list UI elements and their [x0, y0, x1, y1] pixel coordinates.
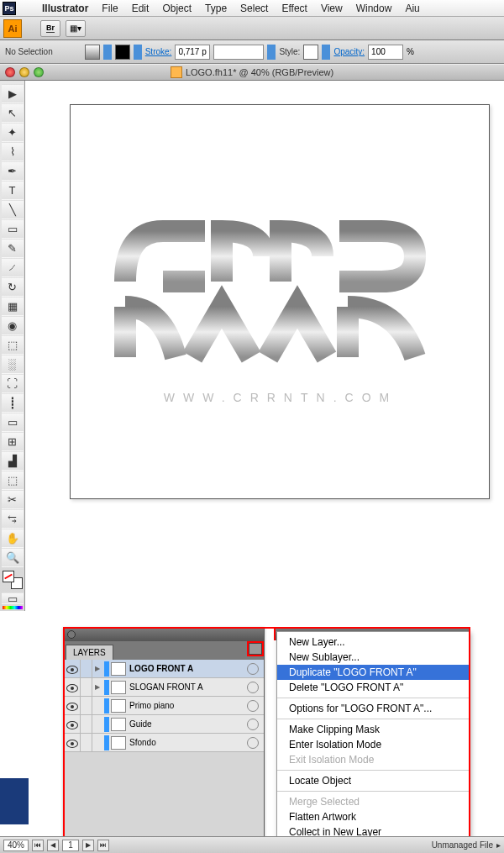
layer-row[interactable]: Guide: [64, 715, 264, 734]
screen-mode-icon[interactable]: [3, 606, 23, 609]
panel-collapse-icon[interactable]: [67, 630, 76, 639]
opacity-label[interactable]: Opacity:: [333, 47, 365, 56]
rotate-tool[interactable]: ↻: [2, 277, 24, 297]
menu-duplicate-layer[interactable]: Duplicate "LOGO FRONT A": [277, 665, 469, 680]
rectangle-tool[interactable]: ▭: [2, 219, 24, 239]
line-tool[interactable]: ╲: [2, 200, 24, 219]
status-dropdown-icon[interactable]: ▸: [496, 840, 501, 850]
menu-view[interactable]: View: [314, 3, 349, 14]
layer-name[interactable]: LOGO FRONT A: [129, 664, 247, 673]
panel-header[interactable]: [64, 628, 264, 641]
expand-icon[interactable]: ▶: [92, 665, 102, 672]
target-icon[interactable]: [247, 682, 259, 693]
menu-select[interactable]: Select: [234, 3, 275, 14]
pencil-tool[interactable]: ⟋: [2, 258, 24, 277]
target-icon[interactable]: [247, 663, 259, 675]
zoom-field[interactable]: 40%: [3, 840, 29, 851]
visibility-toggle[interactable]: [64, 660, 81, 677]
free-transform-tool[interactable]: ⬚: [2, 335, 24, 355]
lock-toggle[interactable]: [81, 660, 92, 677]
type-tool[interactable]: T: [2, 181, 24, 200]
selection-tool[interactable]: ▶: [2, 84, 24, 103]
menu-object[interactable]: Object: [155, 3, 198, 14]
lock-toggle[interactable]: [81, 734, 92, 751]
prev-artboard-icon[interactable]: ◀: [47, 840, 59, 851]
menu-flatten-artwork[interactable]: Flatten Artwork: [277, 809, 469, 824]
bridge-button[interactable]: Br: [40, 20, 60, 37]
visibility-toggle[interactable]: [64, 715, 81, 733]
layer-name[interactable]: SLOGAN FRONT A: [129, 682, 247, 692]
lasso-tool[interactable]: ⌇: [2, 142, 24, 161]
app-name[interactable]: Illustrator: [35, 3, 95, 14]
mesh-tool[interactable]: ┋: [2, 393, 24, 413]
gradient-tool[interactable]: ▭: [2, 413, 24, 432]
style-swatch[interactable]: [303, 45, 318, 60]
graph-tool[interactable]: ⛶: [2, 374, 24, 393]
eyedropper-tool[interactable]: ⊞: [2, 432, 24, 451]
symbol-sprayer-tool[interactable]: ░: [2, 355, 24, 374]
layer-name[interactable]: Sfondo: [129, 738, 247, 747]
menu-enter-isolation[interactable]: Enter Isolation Mode: [277, 737, 469, 752]
target-icon[interactable]: [247, 719, 259, 730]
stroke-dropdown-icon[interactable]: [134, 45, 142, 60]
fill-swatch[interactable]: [85, 45, 100, 60]
artboard-number[interactable]: 1: [62, 840, 79, 851]
brush-combo[interactable]: [213, 45, 264, 60]
next-artboard-icon[interactable]: ▶: [82, 840, 94, 851]
scale-tool[interactable]: ▦: [2, 297, 24, 316]
direct-selection-tool[interactable]: ↖: [2, 103, 24, 123]
fill-dropdown-icon[interactable]: [103, 45, 112, 60]
zoom-tool[interactable]: 🔍: [2, 548, 24, 567]
stroke-swatch[interactable]: [115, 45, 130, 60]
lock-toggle[interactable]: [81, 678, 92, 696]
layer-name[interactable]: Primo piano: [129, 701, 247, 710]
minimize-window-icon[interactable]: [19, 67, 29, 77]
warp-tool[interactable]: ◉: [2, 316, 24, 335]
hand-tool[interactable]: ✋: [2, 529, 24, 548]
menu-locate-object[interactable]: Locate Object: [277, 773, 469, 788]
expand-icon[interactable]: ▶: [92, 683, 102, 691]
canvas-area[interactable]: WWW.CRRNTN.COM: [32, 87, 496, 533]
pen-tool[interactable]: ✒: [2, 161, 24, 181]
zoom-window-icon[interactable]: [34, 67, 44, 77]
menu-help[interactable]: Aiu: [398, 3, 426, 14]
visibility-toggle[interactable]: [64, 678, 81, 696]
first-artboard-icon[interactable]: ⏮: [32, 840, 44, 851]
layer-name[interactable]: Guide: [129, 719, 247, 729]
target-icon[interactable]: [247, 700, 259, 712]
close-window-icon[interactable]: [5, 67, 15, 77]
layer-row[interactable]: ▶ SLOGAN FRONT A: [64, 678, 264, 697]
magic-wand-tool[interactable]: ✦: [2, 123, 24, 142]
menu-make-clipping-mask[interactable]: Make Clipping Mask: [277, 722, 469, 737]
menu-window[interactable]: Window: [349, 3, 399, 14]
menu-edit[interactable]: Edit: [125, 3, 156, 14]
stroke-weight-field[interactable]: [175, 45, 210, 60]
layer-row[interactable]: ▶ LOGO FRONT A: [64, 660, 264, 678]
menu-file[interactable]: File: [95, 3, 124, 14]
panel-flyout-button[interactable]: [249, 643, 262, 655]
layer-row[interactable]: Primo piano: [64, 697, 264, 715]
visibility-toggle[interactable]: [64, 734, 81, 751]
live-paint-tool[interactable]: ⬚: [2, 471, 24, 490]
menu-new-layer[interactable]: New Layer...: [277, 634, 469, 650]
opacity-field[interactable]: [368, 45, 403, 60]
menu-type[interactable]: Type: [198, 3, 234, 14]
fill-stroke-swatches[interactable]: [3, 571, 23, 589]
menu-new-sublayer[interactable]: New Sublayer...: [277, 650, 469, 665]
stroke-label[interactable]: Stroke:: [145, 47, 172, 56]
blend-tool[interactable]: ▟: [2, 451, 24, 471]
menu-delete-layer[interactable]: Delete "LOGO FRONT A": [277, 680, 469, 695]
eraser-tool[interactable]: ⥃: [2, 509, 24, 529]
visibility-toggle[interactable]: [64, 697, 81, 714]
arrange-documents-button[interactable]: ▦▾: [66, 20, 86, 37]
target-icon[interactable]: [247, 737, 259, 749]
layer-row[interactable]: Sfondo: [64, 734, 264, 752]
layers-tab[interactable]: LAYERS: [66, 645, 113, 660]
style-dropdown-icon[interactable]: [322, 45, 330, 60]
menu-effect[interactable]: Effect: [275, 3, 313, 14]
slice-tool[interactable]: ✂: [2, 490, 24, 509]
brush-dropdown-icon[interactable]: [267, 45, 276, 60]
color-mode-icon[interactable]: ▭: [2, 592, 24, 604]
menu-options-for-layer[interactable]: Options for "LOGO FRONT A"...: [277, 701, 469, 716]
last-artboard-icon[interactable]: ⏭: [97, 840, 109, 851]
